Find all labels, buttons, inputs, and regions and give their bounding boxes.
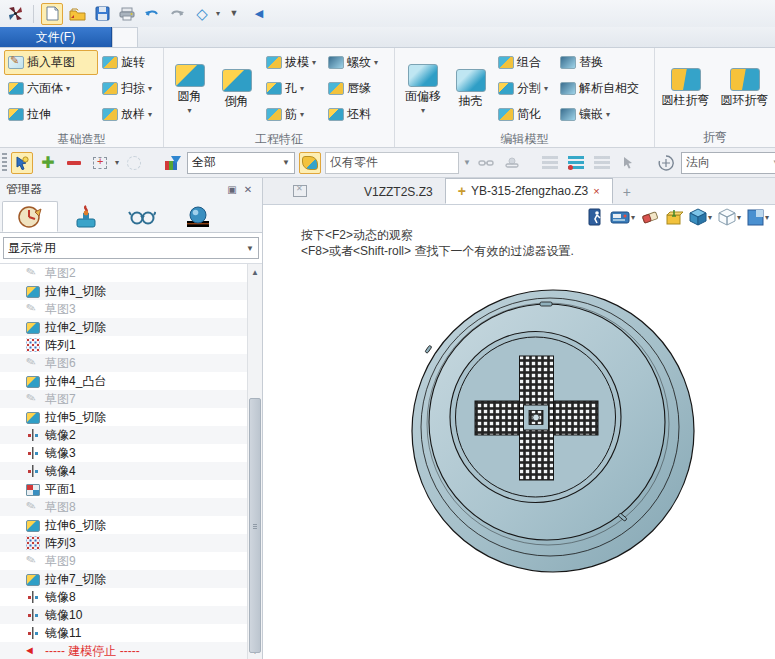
remove-select-button[interactable] bbox=[63, 152, 85, 174]
resolve-self-intersect-button[interactable]: 解析自相交 bbox=[556, 76, 650, 101]
close-tab-icon[interactable]: × bbox=[593, 185, 599, 197]
replace-button[interactable]: 替换 bbox=[556, 50, 650, 75]
regen-button[interactable]: ◇ bbox=[191, 3, 213, 25]
tree-item[interactable]: 草图7 bbox=[0, 390, 247, 408]
toroidal-bend-button[interactable]: 圆环折弯 bbox=[718, 51, 771, 125]
toolbar-options-button[interactable]: ▼ bbox=[223, 3, 245, 25]
new-tab-button[interactable]: + bbox=[613, 184, 641, 204]
undo-button[interactable] bbox=[141, 3, 163, 25]
tree-scrollbar[interactable]: ▲ ▼ bbox=[247, 264, 262, 659]
scrollbar-thumb[interactable] bbox=[249, 398, 261, 653]
ribbon-tab[interactable] bbox=[112, 27, 138, 47]
combine-button[interactable]: 组合 bbox=[494, 50, 556, 75]
ribbon-tab[interactable] bbox=[258, 27, 282, 47]
restore-icon[interactable]: ▣ bbox=[224, 182, 240, 196]
render-tab[interactable] bbox=[170, 201, 226, 232]
extrude-button[interactable]: 拉伸 bbox=[4, 102, 98, 127]
hole-button[interactable]: 孔▾ bbox=[262, 76, 324, 101]
tree-item[interactable]: 草图3 bbox=[0, 300, 247, 318]
revolve-button[interactable]: 旋转 bbox=[98, 50, 162, 75]
pick-list-button[interactable] bbox=[539, 152, 561, 174]
ribbon-tab[interactable] bbox=[138, 27, 162, 47]
cylindrical-bend-button[interactable]: 圆柱折弯 bbox=[659, 51, 712, 125]
regen-dropdown-icon[interactable]: ▾ bbox=[216, 10, 220, 18]
3d-model-seal-cover[interactable] bbox=[393, 271, 713, 591]
tree-item[interactable]: 平面1 bbox=[0, 480, 247, 498]
viewport[interactable]: ▾ ▾ ▾ ▾ bbox=[263, 205, 775, 659]
tree-item[interactable]: 拉伸6_切除 bbox=[0, 516, 247, 534]
fillet-button[interactable]: 圆角▾ bbox=[168, 52, 211, 126]
pick-list-active-button[interactable] bbox=[565, 152, 587, 174]
lip-button[interactable]: 唇缘 bbox=[324, 76, 390, 101]
link-all-button[interactable] bbox=[501, 152, 523, 174]
tree-item[interactable]: 阵列3 bbox=[0, 534, 247, 552]
regen-tab[interactable] bbox=[58, 201, 114, 232]
tree-item[interactable]: 拉伸1_切除 bbox=[0, 282, 247, 300]
tree-item[interactable]: ----- 建模停止 ----- bbox=[0, 642, 247, 659]
reorient-button[interactable] bbox=[655, 152, 677, 174]
link-button[interactable] bbox=[475, 152, 497, 174]
dimension-button[interactable]: ▾ bbox=[610, 209, 635, 225]
lasso-select-button[interactable] bbox=[123, 152, 145, 174]
simplify-button[interactable]: 简化 bbox=[494, 102, 556, 127]
panel-dock-icon[interactable] bbox=[293, 185, 307, 197]
tree-item[interactable]: 草图9 bbox=[0, 552, 247, 570]
toolbar-grip[interactable] bbox=[2, 153, 7, 173]
divide-button[interactable]: 分割▾ bbox=[494, 76, 556, 101]
tree-item[interactable]: 拉伸4_凸台 bbox=[0, 372, 247, 390]
sweep-button[interactable]: 扫掠▾ bbox=[98, 76, 162, 101]
tree-item[interactable]: 镜像3 bbox=[0, 444, 247, 462]
ribbon-tab[interactable] bbox=[234, 27, 258, 47]
exit-button[interactable] bbox=[588, 208, 604, 226]
thread-button[interactable]: 螺纹▾ bbox=[324, 50, 390, 75]
pick-cursor-button[interactable] bbox=[11, 152, 33, 174]
print-button[interactable] bbox=[116, 3, 138, 25]
tree-item[interactable]: 镜像4 bbox=[0, 462, 247, 480]
pick-arrow-button[interactable] bbox=[617, 152, 639, 174]
tree-item[interactable]: 草图8 bbox=[0, 498, 247, 516]
chevron-down-icon[interactable]: ▾ bbox=[765, 213, 769, 222]
document-tab-inactive[interactable]: V1ZZT2S.Z3 bbox=[352, 180, 445, 204]
scrollbar-track[interactable] bbox=[248, 280, 262, 643]
history-tab[interactable] bbox=[2, 201, 58, 232]
stock-button[interactable]: 坯料 bbox=[324, 102, 390, 127]
document-tab-active[interactable]: + YB-315-2fengzhao.Z3 × bbox=[445, 178, 613, 204]
pick-filter-combo[interactable]: 仅有零件 bbox=[325, 152, 459, 174]
redo-button[interactable] bbox=[166, 3, 188, 25]
loft-button[interactable]: 放样▾ bbox=[98, 102, 162, 127]
chamfer-button[interactable]: 倒角 bbox=[215, 52, 258, 126]
tree-item[interactable]: 拉伸2_切除 bbox=[0, 318, 247, 336]
add-select-button[interactable]: ✚ bbox=[37, 152, 59, 174]
inlay-button[interactable]: 镶嵌▾ bbox=[556, 102, 650, 127]
tree-item[interactable]: 拉伸5_切除 bbox=[0, 408, 247, 426]
chevron-down-icon[interactable]: ▾ bbox=[708, 213, 712, 222]
visibility-tab[interactable] bbox=[114, 201, 170, 232]
ribbon-tab[interactable] bbox=[186, 27, 210, 47]
ribbon-tab[interactable] bbox=[378, 27, 402, 47]
pick-list-all-button[interactable] bbox=[591, 152, 613, 174]
ribbon-tab[interactable] bbox=[402, 27, 426, 47]
color-filter-button[interactable] bbox=[161, 152, 183, 174]
scope-filter-combo[interactable]: 全部▼ bbox=[187, 152, 295, 174]
tree-item[interactable]: 阵列1 bbox=[0, 336, 247, 354]
new-file-button[interactable] bbox=[41, 3, 63, 25]
ribbon-tab[interactable] bbox=[354, 27, 378, 47]
chevron-down-icon[interactable]: ▾ bbox=[737, 213, 741, 222]
chevron-down-icon[interactable]: ▾ bbox=[631, 213, 635, 222]
scroll-up-icon[interactable]: ▲ bbox=[248, 264, 262, 280]
ribbon-tab[interactable] bbox=[330, 27, 354, 47]
tree-item[interactable]: 镜像10 bbox=[0, 606, 247, 624]
tree-item[interactable]: 镜像11 bbox=[0, 624, 247, 642]
draft-button[interactable]: 拔模▾ bbox=[262, 50, 324, 75]
pin-box-button[interactable] bbox=[665, 209, 683, 226]
tree-item[interactable]: 镜像2 bbox=[0, 426, 247, 444]
ribbon-tab[interactable] bbox=[306, 27, 330, 47]
block-button[interactable]: 六面体▾ bbox=[4, 76, 98, 101]
ribbon-tab[interactable] bbox=[282, 27, 306, 47]
ribbon-tab[interactable] bbox=[210, 27, 234, 47]
regen-part-button[interactable] bbox=[299, 152, 321, 174]
eraser-button[interactable] bbox=[641, 210, 659, 224]
box-select-dropdown-icon[interactable]: ▾ bbox=[115, 158, 119, 167]
tree-item[interactable]: 草图6 bbox=[0, 354, 247, 372]
display-filter-combo[interactable]: 显示常用▼ bbox=[3, 237, 259, 259]
